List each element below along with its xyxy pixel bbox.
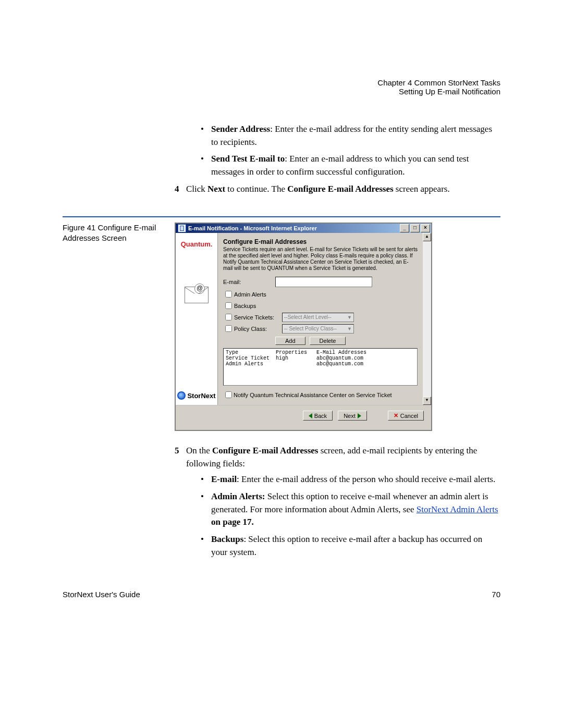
page-header: Chapter 4 Common StorNext Tasks Setting … xyxy=(63,78,500,96)
admin-alerts-link[interactable]: StorNext Admin Alerts xyxy=(417,504,498,514)
policy-class-checkbox[interactable] xyxy=(225,325,232,332)
dialog-main: Configure E-mail Addresses Service Ticke… xyxy=(218,233,423,405)
bullet-admin-alerts: • Admin Alerts: Select this option to re… xyxy=(201,490,500,529)
step-text: Click Next to continue. The Configure E-… xyxy=(186,183,450,196)
ie-icon xyxy=(178,224,186,232)
minimize-button[interactable]: _ xyxy=(400,224,409,232)
notify-quantum-row: Notify Quantum Technical Assistance Cent… xyxy=(223,390,418,400)
triangle-left-icon xyxy=(309,413,312,418)
bullet-text: Backups: Select this option to receive e… xyxy=(211,533,500,559)
vertical-scrollbar[interactable]: ▲ ▼ xyxy=(423,233,431,405)
dialog-description: Service Tickets require an alert level. … xyxy=(223,246,418,272)
scroll-down-icon[interactable]: ▼ xyxy=(423,397,431,405)
bullet-email: • E-mail: Enter the e-mail address of th… xyxy=(201,473,500,486)
triangle-right-icon xyxy=(358,413,361,418)
wizard-nav: Back Next ✕ Cancel xyxy=(176,405,431,430)
globe-icon xyxy=(177,391,186,400)
notify-quantum-checkbox[interactable] xyxy=(225,391,232,398)
section-line: Setting Up E-mail Notification xyxy=(63,87,500,96)
back-button[interactable]: Back xyxy=(303,411,333,421)
bullet-dot-icon: • xyxy=(201,123,211,149)
chevron-down-icon: ▼ xyxy=(347,315,352,320)
backups-row: Backups xyxy=(223,301,418,311)
email-input[interactable] xyxy=(275,277,372,287)
policy-class-row: Policy Class: -- Select Policy Class--▼ xyxy=(223,324,418,334)
chapter-line: Chapter 4 Common StorNext Tasks xyxy=(63,78,500,87)
backups-label: Backups xyxy=(234,303,256,309)
notify-quantum-label: Notify Quantum Technical Assistance Cent… xyxy=(234,392,392,398)
bullet-backups: • Backups: Select this option to receive… xyxy=(201,533,500,559)
window-title: E-mail Notification - Microsoft Internet… xyxy=(188,225,400,231)
bullet-text: Sender Address: Enter the e-mail address… xyxy=(211,123,500,149)
bullet-dot-icon: • xyxy=(201,473,211,486)
ie-window: E-mail Notification - Microsoft Internet… xyxy=(175,223,432,431)
footer-title: StorNext User's Guide xyxy=(63,590,140,599)
bullet-send-test: • Send Test E-mail to: Enter an e-mail a… xyxy=(201,153,500,178)
service-tickets-label: Service Tickets: xyxy=(234,314,280,320)
service-tickets-checkbox[interactable] xyxy=(225,314,232,320)
left-sidebar: Quantum. @ StorNext xyxy=(176,233,218,405)
admin-alerts-row: Admin Alerts xyxy=(223,289,418,299)
step-5: 5 On the Configure E-mail Addresses scre… xyxy=(175,445,500,470)
email-label: E-mail: xyxy=(223,279,275,285)
cancel-button[interactable]: ✕ Cancel xyxy=(388,411,424,421)
step-4: 4 Click Next to continue. The Configure … xyxy=(175,183,500,196)
maximize-button[interactable]: □ xyxy=(410,224,420,232)
admin-alerts-label: Admin Alerts xyxy=(234,291,266,298)
x-icon: ✕ xyxy=(394,412,398,419)
bullet-text: Send Test E-mail to: Enter an e-mail add… xyxy=(211,153,500,178)
recipients-listbox[interactable]: Type Properties E-Mail Addresses Service… xyxy=(223,348,418,386)
bullet-bold: Sender Address xyxy=(211,124,270,134)
policy-class-label: Policy Class: xyxy=(234,326,280,332)
quantum-logo: Quantum. xyxy=(181,240,213,248)
service-tickets-row: Service Tickets: --Select Alert Level--▼ xyxy=(223,312,418,322)
step-number: 4 xyxy=(175,183,186,196)
bullet-sender-address: • Sender Address: Enter the e-mail addre… xyxy=(201,123,500,149)
admin-alerts-checkbox[interactable] xyxy=(225,291,232,298)
envelope-icon: @ xyxy=(185,287,209,303)
bullet-dot-icon: • xyxy=(201,490,211,529)
add-button[interactable]: Add xyxy=(275,337,305,345)
stornext-logo: StorNext xyxy=(177,391,215,400)
bullet-bold: Send Test E-mail to xyxy=(211,154,285,164)
bullet-text: Admin Alerts: Select this option to rece… xyxy=(211,490,500,529)
backups-checkbox[interactable] xyxy=(225,302,232,309)
scroll-up-icon[interactable]: ▲ xyxy=(423,233,431,241)
step-number: 5 xyxy=(175,445,186,470)
page-footer: StorNext User's Guide 70 xyxy=(63,590,500,599)
page-number: 70 xyxy=(492,590,500,599)
bullet-dot-icon: • xyxy=(201,533,211,559)
policy-class-select[interactable]: -- Select Policy Class--▼ xyxy=(282,324,354,334)
next-button[interactable]: Next xyxy=(338,411,367,421)
figure-caption: Figure 41 Configure E-mail Addresses Scr… xyxy=(63,223,175,431)
at-icon: @ xyxy=(194,283,205,294)
add-delete-row: Add Delete xyxy=(275,337,418,345)
alert-level-select[interactable]: --Select Alert Level--▼ xyxy=(282,313,354,322)
chevron-down-icon: ▼ xyxy=(347,326,352,331)
email-row: E-mail: xyxy=(223,277,418,287)
bullet-dot-icon: • xyxy=(201,153,211,178)
step-text: On the Configure E-mail Addresses screen… xyxy=(186,445,500,470)
delete-button[interactable]: Delete xyxy=(310,337,346,345)
window-titlebar: E-mail Notification - Microsoft Internet… xyxy=(176,224,431,233)
close-button[interactable]: × xyxy=(421,224,430,232)
bullet-text: E-mail: Enter the e-mail address of the … xyxy=(211,473,495,486)
dialog-title: Configure E-mail Addresses xyxy=(223,238,418,245)
